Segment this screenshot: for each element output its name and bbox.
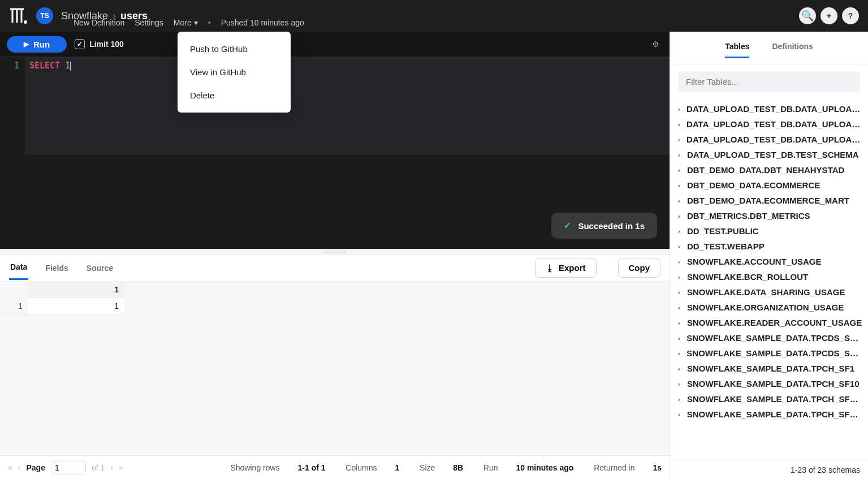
prev-page-button[interactable]: ‹ (18, 463, 21, 472)
schema-name: SNOWFLAKE_SAMPLE_DATA.TPCH_SF100 (687, 394, 862, 404)
editor-settings-button[interactable]: ⚙ (649, 36, 663, 52)
copy-button[interactable]: Copy (618, 258, 661, 278)
search-icon: 🔍 (801, 10, 814, 22)
schema-row[interactable]: ›SNOWFLAKE_SAMPLE_DATA.TPCDS_SF100... (675, 330, 868, 346)
schema-name: DBT_METRICS.DBT_METRICS (687, 211, 810, 221)
export-button[interactable]: ⭳Export (535, 258, 597, 278)
chevron-right-icon: › (678, 304, 684, 311)
run-button[interactable]: ▶Run (7, 36, 67, 53)
chevron-right-icon: › (678, 228, 684, 235)
row-number: 1 (0, 298, 28, 314)
schema-name: SNOWFLAKE.ORGANIZATION_USAGE (687, 303, 844, 312)
schema-row[interactable]: ›SNOWFLAKE.DATA_SHARING_USAGE (675, 284, 868, 300)
chevron-right-icon: › (678, 381, 684, 387)
schema-row[interactable]: ›DBT_DEMO_DATA.DBT_NEHAHYSTAD (675, 162, 868, 178)
schema-row[interactable]: ›SNOWFLAKE.READER_ACCOUNT_USAGE (675, 315, 868, 330)
schema-row[interactable]: ›SNOWFLAKE_SAMPLE_DATA.TPCH_SF1000 (675, 407, 868, 422)
schema-name: DATA_UPLOAD_TEST_DB.DATA_UPLOAD_TE... (686, 119, 862, 129)
pushed-status: Pushed 10 minutes ago (221, 18, 304, 27)
col-header[interactable]: 1 (28, 282, 124, 298)
toast-text: Succeeded in 1s (578, 221, 645, 231)
returned-label: Returned in (594, 463, 634, 472)
size-value: 8B (453, 463, 463, 472)
chevron-right-icon: › (678, 258, 684, 265)
schema-row[interactable]: ›DATA_UPLOAD_TEST_DB.DATA_UPLOAD_TE... (675, 132, 868, 147)
caret-down-icon: ▾ (194, 18, 198, 27)
schema-row[interactable]: ›DBT_DEMO_DATA.ECOMMERCE (675, 178, 868, 193)
schema-row[interactable]: ›SNOWFLAKE_SAMPLE_DATA.TPCH_SF100 (675, 391, 868, 407)
schema-name: SNOWFLAKE_SAMPLE_DATA.TPCDS_SF100... (686, 333, 862, 343)
schema-name: SNOWFLAKE_SAMPLE_DATA.TPCH_SF10 (687, 379, 859, 389)
schema-row[interactable]: ›SNOWFLAKE_SAMPLE_DATA.TPCDS_SF10T... (675, 346, 868, 361)
schema-row[interactable]: ›DBT_METRICS.DBT_METRICS (675, 208, 868, 223)
tab-tables[interactable]: Tables (725, 42, 749, 58)
push-to-github-item[interactable]: Push to GitHub (178, 37, 291, 61)
delete-item[interactable]: Delete (178, 84, 291, 107)
new-definition-link[interactable]: New Definition (74, 18, 124, 27)
filter-tables-input[interactable] (678, 71, 860, 92)
schema-name: SNOWFLAKE.ACCOUNT_USAGE (687, 257, 822, 266)
chevron-right-icon: › (678, 274, 684, 281)
results-table: 1 11 (0, 282, 124, 314)
schema-row[interactable]: ›DD_TEST.PUBLIC (675, 223, 868, 239)
schema-row[interactable]: ›SNOWFLAKE.BCR_ROLLOUT (675, 269, 868, 284)
editor-toolbar: ▶Run ✓ Limit 100 ⚙ (0, 32, 670, 57)
chevron-right-icon: › (678, 289, 684, 296)
tab-definitions[interactable]: Definitions (772, 42, 813, 58)
first-page-button[interactable]: « (8, 463, 12, 472)
page-input[interactable] (51, 461, 86, 474)
columns-value: 1 (395, 463, 399, 472)
run-value: 10 minutes ago (516, 463, 573, 472)
returned-value: 1s (653, 463, 662, 472)
schema-row[interactable]: ›DATA_UPLOAD_TEST_DB.DATA_UPLOAD_TE... (675, 101, 868, 116)
results-grid[interactable]: 1 11 (0, 282, 670, 455)
schema-row[interactable]: ›DBT_DEMO_DATA.ECOMMERCE_MART (675, 193, 868, 208)
help-icon: ? (848, 11, 853, 20)
next-page-button[interactable]: › (110, 463, 113, 472)
page-label: Page (26, 463, 45, 472)
chevron-right-icon: › (678, 182, 684, 189)
avatar[interactable]: TS (36, 7, 53, 24)
schema-row[interactable]: ›SNOWFLAKE.ORGANIZATION_USAGE (675, 300, 868, 315)
tab-source[interactable]: Source (85, 257, 114, 279)
subnav: New Definition Settings More▾ • Pushed 1… (74, 18, 304, 27)
limit-label: Limit 100 (89, 40, 124, 49)
add-button[interactable]: + (821, 7, 837, 24)
plus-icon: + (827, 11, 831, 20)
columns-label: Columns (346, 463, 377, 472)
tab-fields[interactable]: Fields (44, 257, 69, 279)
schema-list[interactable]: ›DATA_UPLOAD_TEST_DB.DATA_UPLOAD_TE...›D… (670, 99, 868, 460)
tab-data[interactable]: Data (9, 256, 28, 280)
code-line[interactable]: SELECT 1 (25, 57, 670, 154)
chevron-right-icon: › (678, 106, 683, 113)
app-logo[interactable] (9, 6, 29, 26)
schema-name: SNOWFLAKE.BCR_ROLLOUT (687, 272, 808, 282)
app-header: TS Snowflake › users New Definition Sett… (0, 0, 868, 32)
more-menu[interactable]: More▾ (174, 18, 198, 27)
table-row[interactable]: 11 (0, 298, 124, 314)
view-in-github-item[interactable]: View in GitHub (178, 61, 291, 84)
settings-link[interactable]: Settings (135, 18, 163, 27)
right-panel: Tables Definitions ›DATA_UPLOAD_TEST_DB.… (670, 32, 868, 479)
search-button[interactable]: 🔍 (799, 7, 816, 24)
chevron-right-icon: › (678, 411, 684, 418)
schema-row[interactable]: ›DD_TEST.WEBAPP (675, 239, 868, 254)
sql-editor[interactable]: 1 SELECT 1 ✓ Succeeded in 1s (0, 57, 670, 249)
schema-row[interactable]: ›DATA_UPLOAD_TEST_DB.TEST_SCHEMA (675, 147, 868, 162)
schema-name: DD_TEST.PUBLIC (687, 226, 759, 236)
schema-row[interactable]: ›SNOWFLAKE_SAMPLE_DATA.TPCH_SF10 (675, 376, 868, 391)
row-header-blank (0, 282, 28, 298)
schema-name: SNOWFLAKE.DATA_SHARING_USAGE (687, 287, 845, 297)
more-dropdown: Push to GitHub View in GitHub Delete (178, 32, 291, 113)
split-handle[interactable] (0, 249, 670, 254)
results-tabs: Data Fields Source ⭳Export Copy (0, 254, 670, 282)
schema-row[interactable]: ›DATA_UPLOAD_TEST_DB.DATA_UPLOAD_TE... (675, 116, 868, 132)
schema-name: SNOWFLAKE_SAMPLE_DATA.TPCH_SF1 (687, 364, 854, 373)
schema-row[interactable]: ›SNOWFLAKE_SAMPLE_DATA.TPCH_SF1 (675, 361, 868, 376)
limit-checkbox[interactable]: ✓ Limit 100 (75, 39, 124, 49)
last-page-button[interactable]: » (119, 463, 123, 472)
schema-row[interactable]: ›SNOWFLAKE.ACCOUNT_USAGE (675, 254, 868, 269)
schema-name: DATA_UPLOAD_TEST_DB.DATA_UPLOAD_TE... (686, 135, 862, 144)
chevron-right-icon: › (678, 121, 683, 128)
help-button[interactable]: ? (842, 7, 859, 24)
